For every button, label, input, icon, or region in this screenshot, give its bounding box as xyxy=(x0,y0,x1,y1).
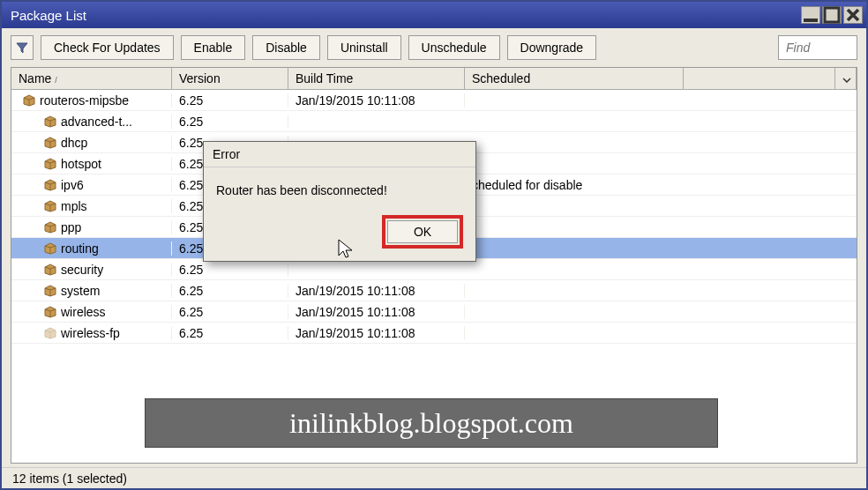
chevron-down-icon xyxy=(842,78,851,83)
dialog-title: Error xyxy=(204,142,475,167)
package-icon xyxy=(43,285,57,297)
error-dialog: Error Router has been disconnected! OK xyxy=(203,141,476,262)
close-button[interactable] xyxy=(843,6,863,24)
table-row[interactable]: advanced-t...6.25 xyxy=(11,111,857,132)
package-icon xyxy=(43,137,57,149)
package-icon xyxy=(43,158,57,170)
cell-version: 6.25 xyxy=(172,93,288,108)
ok-highlight: OK xyxy=(382,215,463,249)
maximize-button[interactable] xyxy=(822,6,842,24)
status-text: 12 items (1 selected) xyxy=(12,471,127,486)
column-version[interactable]: Version xyxy=(172,68,288,89)
package-icon xyxy=(43,242,57,255)
package-icon xyxy=(22,94,36,107)
cell-version: 6.25 xyxy=(172,115,288,129)
svg-rect-1 xyxy=(825,8,839,22)
close-icon xyxy=(844,6,862,24)
titlebar: Package List xyxy=(2,2,866,28)
cell-build: Jan/19/2015 10:11:08 xyxy=(288,326,465,340)
column-spacer xyxy=(684,68,835,89)
downgrade-button[interactable]: Downgrade xyxy=(507,35,597,60)
cell-name: hotspot xyxy=(11,157,172,171)
disable-button[interactable]: Disable xyxy=(252,35,320,60)
ok-button[interactable]: OK xyxy=(387,220,458,243)
toolbar: Check For Updates Enable Disable Uninsta… xyxy=(2,28,866,67)
package-icon xyxy=(43,115,57,128)
window-controls xyxy=(801,6,863,24)
cell-name: dhcp xyxy=(11,136,172,150)
check-updates-button[interactable]: Check For Updates xyxy=(41,35,174,60)
cell-name: security xyxy=(11,263,172,277)
package-icon xyxy=(43,306,57,318)
cell-build: Jan/19/2015 10:11:08 xyxy=(288,305,465,319)
cell-version: 6.25 xyxy=(172,326,288,340)
package-icon xyxy=(43,327,57,339)
minimize-button[interactable] xyxy=(801,6,820,24)
cell-name: wireless xyxy=(11,305,172,319)
cell-build: Jan/19/2015 10:11:08 xyxy=(288,93,465,108)
column-scheduled[interactable]: Scheduled xyxy=(465,68,684,89)
dialog-actions: OK xyxy=(204,206,475,261)
dialog-message: Router has been disconnected! xyxy=(204,167,475,206)
package-icon xyxy=(43,264,57,276)
find-input[interactable] xyxy=(778,35,857,60)
filter-button[interactable] xyxy=(11,35,34,60)
table-row[interactable]: routeros-mipsbe6.25Jan/19/2015 10:11:08 xyxy=(11,90,857,111)
cell-version: 6.25 xyxy=(172,305,288,319)
cell-name: wireless-fp xyxy=(11,326,172,340)
column-menu-button[interactable] xyxy=(835,68,857,89)
svg-rect-0 xyxy=(804,19,818,22)
cell-name: ipv6 xyxy=(11,178,172,192)
table-row[interactable]: system6.25Jan/19/2015 10:11:08 xyxy=(11,280,857,301)
cell-version: 6.25 xyxy=(172,263,288,277)
sort-indicator-icon: / xyxy=(55,76,57,85)
cell-name: routing xyxy=(11,241,172,256)
funnel-icon xyxy=(15,41,29,55)
cell-name: system xyxy=(11,284,172,298)
table-row[interactable]: wireless6.25Jan/19/2015 10:11:08 xyxy=(11,301,857,323)
table-row[interactable]: wireless-fp6.25Jan/19/2015 10:11:08 xyxy=(11,323,857,344)
minimize-icon xyxy=(802,6,819,24)
unschedule-button[interactable]: Unschedule xyxy=(408,35,500,60)
watermark: inilinkblog.blogspot.com xyxy=(145,398,718,448)
table-header: Name/ Version Build Time Scheduled xyxy=(11,68,857,90)
maximize-icon xyxy=(823,6,841,24)
column-build[interactable]: Build Time xyxy=(288,68,465,89)
window-title: Package List xyxy=(5,8,801,23)
package-icon xyxy=(43,200,57,212)
package-icon xyxy=(43,179,57,191)
cell-name: advanced-t... xyxy=(11,115,172,129)
cell-scheduled: cheduled for disable xyxy=(465,178,684,192)
cell-name: routeros-mipsbe xyxy=(11,93,172,108)
cell-version: 6.25 xyxy=(172,284,288,298)
package-icon xyxy=(43,221,57,234)
table-row[interactable]: security6.25 xyxy=(11,259,857,280)
cell-name: ppp xyxy=(11,220,172,234)
cell-build: Jan/19/2015 10:11:08 xyxy=(288,284,465,298)
statusbar: 12 items (1 selected) xyxy=(2,467,866,488)
column-name[interactable]: Name/ xyxy=(11,68,172,89)
cell-name: mpls xyxy=(11,199,172,213)
enable-button[interactable]: Enable xyxy=(181,35,246,60)
uninstall-button[interactable]: Uninstall xyxy=(327,35,401,60)
